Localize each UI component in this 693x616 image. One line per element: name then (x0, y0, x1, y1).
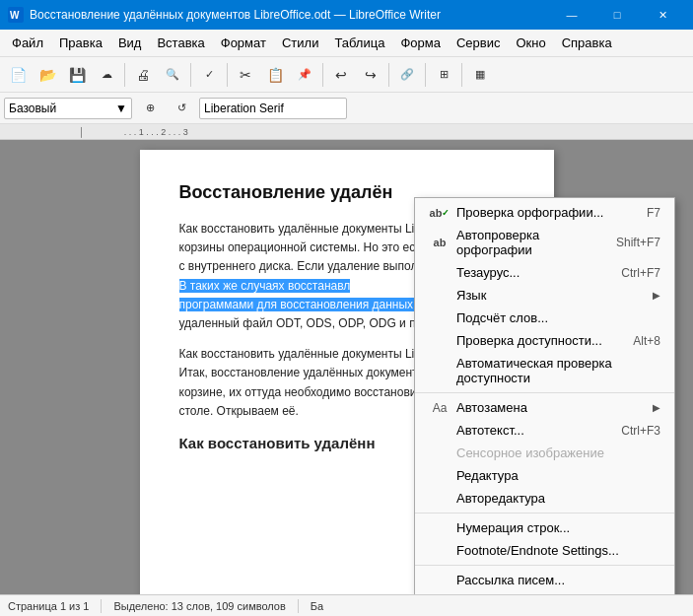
menu-item-redact[interactable]: Редактура (415, 464, 674, 487)
auto-spell-label: Автопроверка орфографии (456, 228, 608, 257)
menu-format[interactable]: Формат (213, 32, 274, 54)
menu-item-protect[interactable]: Защитить документ ▶ (415, 591, 674, 594)
autocorrect-icon: Aa (429, 401, 450, 415)
menu-item-thesaurus[interactable]: Тезаурус... Ctrl+F7 (415, 261, 674, 284)
word-count-label: Подсчёт слов... (456, 310, 660, 325)
accessibility-shortcut: Alt+8 (633, 334, 660, 348)
menu-item-accessibility[interactable]: Проверка доступности... Alt+8 (415, 329, 674, 352)
toolbar-main: 📄 📂 💾 ☁ 🖨 🔍 ✓ ✂ 📋 📌 ↩ ↪ 🔗 ⊞ ▦ (0, 57, 693, 93)
menu-window[interactable]: Окно (508, 32, 553, 54)
redo-button[interactable]: ↪ (357, 61, 384, 89)
new-button[interactable]: 📄 (4, 61, 32, 89)
undo-button[interactable]: ↩ (327, 61, 355, 89)
hyperlink-button[interactable]: 🔗 (393, 61, 421, 89)
language-arrow: ▶ (653, 290, 660, 301)
spell-check-label: Проверка орфографии... (456, 205, 639, 220)
sep6 (425, 63, 426, 87)
status-bar: Страница 1 из 1 Выделено: 13 слов, 109 с… (0, 594, 693, 616)
menu-item-autotext[interactable]: Автотекст... Ctrl+F3 (415, 419, 674, 442)
auto-spell-shortcut: Shift+F7 (616, 236, 660, 249)
sep7 (461, 63, 462, 87)
auto-redact-label: Авторедактура (456, 491, 660, 506)
copy-button[interactable]: 📋 (261, 61, 289, 89)
menu-file[interactable]: Файл (4, 32, 51, 54)
thesaurus-label: Тезаурус... (456, 265, 613, 280)
separator2 (415, 513, 674, 513)
print-button[interactable]: 🖨 (129, 61, 157, 89)
status-sep2 (298, 599, 299, 613)
autocorrect-arrow: ▶ (653, 402, 660, 413)
menu-bar: Файл Правка Вид Вставка Формат Стили Таб… (0, 30, 693, 57)
autotext-shortcut: Ctrl+F3 (621, 424, 660, 438)
sep2 (190, 63, 191, 87)
paste-button[interactable]: 📌 (291, 61, 318, 89)
touch-image-label: Сенсорное изображение (456, 445, 660, 460)
spell-check-icon: ab✓ (429, 207, 450, 219)
window-controls: — □ ✕ (549, 0, 685, 30)
menu-item-mailmerge[interactable]: Рассылка писем... (415, 569, 674, 591)
save-remote-button[interactable]: ☁ (93, 61, 120, 89)
close-button[interactable]: ✕ (640, 0, 685, 30)
menu-item-auto-spell[interactable]: ab Автопроверка орфографии Shift+F7 (415, 224, 674, 261)
auto-accessibility-label: Автоматическая проверка доступности (456, 356, 660, 385)
autotext-label: Автотекст... (456, 423, 613, 438)
menu-item-spell-check[interactable]: ab✓ Проверка орфографии... F7 (415, 201, 674, 224)
line-numbering-label: Нумерация строк... (456, 520, 660, 535)
minimize-button[interactable]: — (549, 0, 594, 30)
menu-help[interactable]: Справка (554, 32, 620, 54)
window-title: Восстановление удалённых документов Libr… (30, 8, 549, 22)
title-bar: W Восстановление удалённых документов Li… (0, 0, 693, 30)
auto-spell-icon: ab (429, 237, 450, 248)
status-style: Ба (311, 600, 323, 612)
toolbar-formatting: Базовый ▼ ⊕ ↺ Liberation Serif (0, 93, 693, 124)
doc-para1-after: удаленный файл ODT, ODS, ODP, ODG и пр (179, 316, 423, 330)
menu-item-auto-redact[interactable]: Авторедактура (415, 487, 674, 510)
menu-edit[interactable]: Правка (51, 32, 110, 54)
open-button[interactable]: 📂 (34, 61, 61, 89)
spellcheck-button[interactable]: ✓ (195, 61, 223, 89)
spell-check-shortcut: F7 (647, 206, 660, 220)
ruler: │ . . . 1 . . . 2 . . . 3 (0, 124, 693, 140)
cut-button[interactable]: ✂ (232, 61, 259, 89)
status-words: Выделено: 13 слов, 109 символов (113, 600, 285, 612)
menu-item-footnote[interactable]: Footnote/Endnote Settings... (415, 539, 674, 562)
doc-para1-before: Как восстановить удалённые документы Li … (179, 222, 418, 273)
style-dropdown-arrow: ▼ (115, 102, 127, 115)
footnote-label: Footnote/Endnote Settings... (456, 543, 660, 558)
language-label: Язык (456, 288, 649, 303)
accessibility-label: Проверка доступности... (456, 333, 625, 348)
mailmerge-label: Рассылка писем... (456, 573, 660, 587)
doc-highlight: В таких же случаях восстанавл программам… (179, 279, 417, 311)
menu-view[interactable]: Вид (110, 32, 150, 54)
menu-form[interactable]: Форма (392, 32, 449, 54)
menu-item-touch-image: Сенсорное изображение (415, 442, 674, 464)
font-name-input[interactable]: Liberation Serif (199, 98, 347, 119)
save-button[interactable]: 💾 (63, 61, 91, 89)
style-list-button[interactable]: ⊕ (136, 95, 164, 122)
menu-item-line-numbering[interactable]: Нумерация строк... (415, 516, 674, 539)
style-select[interactable]: Базовый ▼ (4, 98, 132, 119)
menu-item-auto-accessibility[interactable]: Автоматическая проверка доступности (415, 352, 674, 389)
menu-table[interactable]: Таблица (326, 32, 392, 54)
menu-insert[interactable]: Вставка (149, 32, 212, 54)
menu-item-word-count[interactable]: Подсчёт слов... (415, 307, 674, 329)
separator3 (415, 565, 674, 566)
menu-item-autocorrect[interactable]: Aa Автозамена ▶ (415, 396, 674, 419)
sep3 (227, 63, 228, 87)
sep1 (124, 63, 125, 87)
autocorrect-label: Автозамена (456, 400, 649, 415)
status-sep1 (101, 599, 102, 613)
document-area: Восстановление удалён Как восстановить у… (0, 140, 693, 594)
maximize-button[interactable]: □ (594, 0, 640, 30)
style-update-button[interactable]: ↺ (168, 95, 195, 122)
sep5 (388, 63, 389, 87)
sidebar-button[interactable]: ▦ (466, 61, 494, 89)
menu-tools[interactable]: Сервис (449, 32, 509, 54)
menu-styles[interactable]: Стили (274, 32, 326, 54)
app-icon: W (8, 7, 24, 23)
tools-dropdown-menu: ab✓ Проверка орфографии... F7 ab Автопро… (414, 197, 675, 594)
menu-item-language[interactable]: Язык ▶ (415, 284, 674, 307)
status-page: Страница 1 из 1 (8, 600, 89, 612)
print-preview-button[interactable]: 🔍 (159, 61, 186, 89)
table-button[interactable]: ⊞ (430, 61, 457, 89)
